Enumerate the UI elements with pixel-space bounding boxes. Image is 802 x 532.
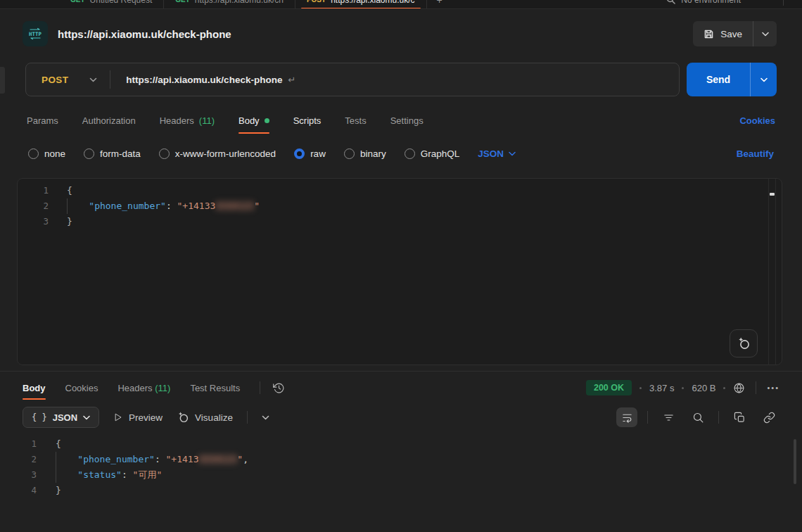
url-input[interactable]: https://api.xiaomu.uk/check-phone: [126, 75, 282, 85]
postbot-icon: [737, 336, 751, 350]
response-format-selector[interactable]: { } JSON: [23, 407, 99, 428]
method-selector[interactable]: POST: [26, 75, 110, 85]
response-tab-body[interactable]: Body: [23, 383, 46, 393]
line-number: 1: [0, 436, 37, 452]
scrollbar-thumb[interactable]: [794, 439, 796, 484]
view-options-button[interactable]: [262, 415, 269, 420]
search-icon[interactable]: [687, 407, 708, 427]
chevron-down-icon: [89, 77, 97, 82]
response-meta: 200 OK 3.87 s 620 B •••: [586, 380, 779, 395]
line-number: 3: [18, 214, 49, 229]
request-tab-2[interactable]: GET https://api.xiaomu.uk/ch: [164, 0, 295, 9]
code-token: [56, 469, 77, 480]
response-tab-cookies[interactable]: Cookies: [65, 383, 98, 393]
editor-scrollbar[interactable]: [768, 179, 776, 365]
method-badge: GET: [70, 0, 85, 4]
code-content: }: [56, 483, 61, 498]
send-options-button[interactable]: [750, 63, 777, 96]
filter-icon[interactable]: [658, 407, 679, 427]
cookies-link[interactable]: Cookies: [739, 115, 775, 126]
tab-headers[interactable]: Headers(11): [160, 115, 215, 126]
code-line[interactable]: 3}: [18, 214, 782, 229]
redacted-text: 5550123: [215, 201, 254, 211]
response-tab-headers[interactable]: Headers (11): [117, 383, 170, 393]
code-line: 3 "status": "可用": [0, 467, 802, 483]
response-section: Body Cookies Headers (11) Test Results 2…: [0, 371, 802, 498]
code-line: 4}: [0, 483, 802, 498]
link-icon[interactable]: [758, 407, 779, 427]
code-line: 1{: [0, 436, 802, 452]
dot-separator: [723, 387, 725, 389]
radio-binary[interactable]: binary: [344, 148, 386, 159]
body-format-selector[interactable]: JSON: [478, 148, 516, 159]
chevron-down-icon: [83, 415, 90, 420]
code-token: }: [56, 485, 61, 495]
dot-separator: [639, 387, 642, 389]
request-body-editor[interactable]: 1{2 "phone_number": "+141335550123"3}: [17, 178, 782, 365]
code-token: [56, 454, 77, 464]
wrap-text-icon[interactable]: [616, 407, 637, 427]
save-button[interactable]: Save: [693, 21, 753, 46]
tab-body[interactable]: Body: [238, 115, 269, 126]
divider: [260, 381, 260, 394]
tab-scripts[interactable]: Scripts: [293, 115, 322, 126]
tab-authorization[interactable]: Authorization: [82, 115, 136, 126]
body-modified-dot: [265, 118, 269, 123]
request-editor-lines: 1{2 "phone_number": "+141335550123"3}: [18, 183, 782, 229]
radio-button: [159, 148, 170, 159]
response-tab-test-results[interactable]: Test Results: [190, 383, 240, 393]
radio-graphql[interactable]: GraphQL: [405, 148, 460, 159]
code-token: "+1413: [166, 454, 199, 464]
radio-none[interactable]: none: [28, 148, 65, 159]
code-token: ": [237, 454, 243, 464]
globe-icon[interactable]: [733, 382, 745, 394]
request-tab-label: Untitled Request: [90, 0, 153, 5]
tab-params[interactable]: Params: [27, 115, 58, 126]
request-tab-1[interactable]: GET Untitled Request: [59, 0, 164, 9]
tab-settings[interactable]: Settings: [390, 115, 424, 126]
sidebar-handle[interactable]: [0, 67, 5, 94]
history-icon[interactable]: [273, 382, 285, 394]
response-size: 620 B: [692, 383, 715, 393]
save-icon: [704, 29, 714, 39]
response-toolbar: { } JSON Preview Visualize: [0, 404, 802, 431]
save-options-button[interactable]: [753, 21, 777, 46]
copy-icon[interactable]: [729, 407, 750, 427]
radio-raw-selected[interactable]: raw: [294, 148, 326, 159]
tab-tests[interactable]: Tests: [345, 115, 366, 126]
code-token: [67, 201, 89, 211]
code-line[interactable]: 1{: [18, 183, 782, 198]
more-options-icon[interactable]: •••: [767, 384, 779, 392]
code-line[interactable]: 2 "phone_number": "+141335550123": [18, 198, 782, 214]
environment-selector[interactable]: No environment: [666, 0, 741, 5]
send-button[interactable]: Send: [687, 63, 750, 96]
code-token: "status": [77, 469, 122, 480]
new-tab-button[interactable]: +: [427, 0, 452, 6]
chevron-down-icon: [509, 151, 516, 156]
divider: [718, 411, 719, 424]
request-tab-3-active[interactable]: POST https://api.xiaomu.uk/c: [295, 0, 427, 9]
response-body-editor: 1{2 "phone_number": "+14135550123",3 "st…: [0, 436, 802, 498]
url-row: POST https://api.xiaomu.uk/check-phone ↵…: [0, 63, 802, 96]
line-number: 2: [0, 452, 37, 467]
scrollbar-thumb[interactable]: [770, 193, 775, 196]
visualize-button[interactable]: Visualize: [177, 411, 233, 424]
method-badge: POST: [307, 0, 326, 4]
postbot-button[interactable]: [730, 329, 758, 357]
code-token: ": [254, 201, 260, 211]
radio-x-www-form-urlencoded[interactable]: x-www-form-urlencoded: [159, 148, 276, 159]
send-button-group: Send: [687, 63, 777, 96]
response-editor-lines: 1{2 "phone_number": "+14135550123",3 "st…: [0, 436, 802, 498]
window-tab-strip: GET Untitled Request GET https://api.xia…: [0, 0, 802, 9]
chevron-down-icon: [262, 415, 269, 420]
play-icon: [113, 412, 123, 422]
radio-button: [84, 148, 94, 159]
radio-form-data[interactable]: form-data: [84, 148, 141, 159]
line-number: 4: [0, 483, 37, 498]
preview-button[interactable]: Preview: [113, 412, 163, 423]
page-title: https://api.xiaomu.uk/check-phone: [58, 28, 231, 40]
beautify-link[interactable]: Beautify: [737, 148, 774, 159]
code-token: :: [166, 201, 177, 211]
divider: [783, 0, 784, 6]
line-number: 1: [18, 183, 49, 198]
